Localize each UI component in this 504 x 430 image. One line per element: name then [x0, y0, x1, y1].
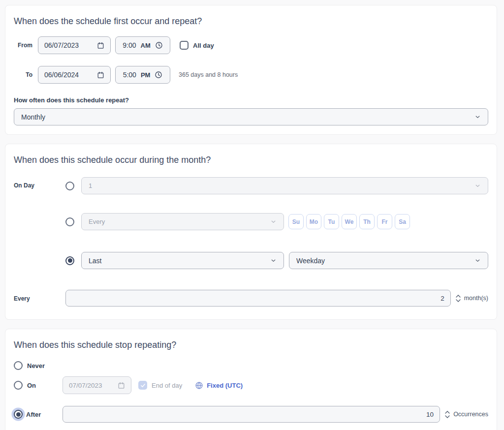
chevron-down-icon [270, 218, 277, 225]
weekday-chip-saturday[interactable]: Sa [395, 214, 410, 229]
never-label: Never [27, 362, 45, 369]
weekday-chip-tuesday[interactable]: Tu [324, 214, 339, 229]
occurrences-input[interactable]: 10 [63, 406, 440, 423]
to-time-input[interactable]: 5:00 PM [115, 66, 170, 84]
end-date-input[interactable]: 07/07/2023 [63, 376, 131, 394]
stepper-up-icon[interactable] [455, 294, 461, 298]
to-date-input[interactable]: 06/06/2024 [38, 66, 111, 84]
end-of-day-checkbox[interactable] [138, 381, 147, 390]
ordinal-weekday-radio[interactable] [65, 256, 74, 265]
end-of-day-label: End of day [152, 382, 182, 389]
duration-text: 365 days and 8 hours [179, 71, 238, 78]
after-radio[interactable] [14, 410, 23, 419]
stop-repeating-panel: When does this schedule stop repeating? … [5, 329, 497, 430]
day-of-month-radio[interactable] [65, 182, 74, 190]
weekday-select[interactable]: Weekday [289, 252, 488, 269]
weekday-chip-group: Su Mo Tu We Th Fr Sa [288, 214, 410, 229]
every-interval-label: Every [14, 295, 30, 302]
all-day-checkbox[interactable] [180, 41, 189, 50]
clock-icon[interactable] [155, 41, 163, 49]
calendar-icon [118, 382, 125, 389]
panel-title: When does this schedule stop repeating? [14, 340, 488, 350]
stepper-down-icon[interactable] [444, 415, 450, 419]
occurrences-unit: Occurrences [453, 411, 488, 418]
chevron-down-icon [474, 114, 481, 120]
all-day-label: All day [193, 42, 214, 49]
month-interval-value: 2 [441, 295, 444, 302]
panel-title: When does this schedule occur during the… [14, 155, 488, 165]
check-icon [140, 383, 146, 388]
stepper-down-icon[interactable] [455, 299, 461, 303]
chevron-down-icon [474, 183, 481, 189]
from-time-value: 9:00 [123, 41, 136, 49]
from-date-input[interactable]: 06/07/2023 [38, 36, 111, 54]
calendar-icon[interactable] [97, 42, 104, 49]
clock-icon[interactable] [155, 71, 162, 79]
repeat-frequency-value: Monthly [21, 113, 45, 121]
month-interval-unit: month(s) [464, 295, 488, 302]
panel-title: When does the schedule first occur and r… [14, 16, 488, 27]
weekday-chip-sunday[interactable]: Su [288, 214, 304, 229]
on-date-radio[interactable] [14, 381, 23, 390]
end-date-value: 07/07/2023 [69, 382, 102, 389]
on-day-label: On Day [14, 182, 34, 189]
occurrences-value: 10 [426, 411, 434, 418]
after-label: After [26, 411, 41, 418]
stepper-up-icon[interactable] [444, 410, 450, 414]
weekday-chip-friday[interactable]: Fr [377, 214, 392, 229]
repeat-frequency-label: How often does this schedule repeat? [14, 96, 488, 104]
chevron-down-icon [474, 257, 481, 264]
every-weekday-placeholder: Every [89, 218, 105, 225]
weekday-chip-monday[interactable]: Mo [306, 214, 321, 229]
first-occurrence-panel: When does the schedule first occur and r… [5, 5, 497, 135]
occurrences-stepper[interactable] [444, 410, 450, 419]
every-weekday-radio[interactable] [65, 217, 74, 226]
calendar-icon[interactable] [97, 71, 104, 79]
month-interval-stepper[interactable] [455, 294, 461, 303]
globe-icon [195, 381, 203, 390]
to-meridiem: PM [141, 71, 151, 79]
ordinal-select[interactable]: Last [81, 252, 284, 269]
to-date-value: 06/06/2024 [44, 71, 79, 79]
day-of-month-select[interactable]: 1 [81, 177, 488, 194]
day-of-month-value: 1 [89, 182, 92, 189]
from-label: From [14, 42, 32, 49]
to-time-value: 5:00 [123, 71, 136, 79]
month-interval-input[interactable]: 2 [65, 290, 451, 307]
every-weekday-select[interactable]: Every [81, 213, 284, 230]
timezone-badge: Fixed (UTC) [207, 382, 243, 389]
repeat-frequency-select[interactable]: Monthly [14, 108, 488, 125]
on-label: On [27, 382, 36, 389]
chevron-down-icon [270, 257, 277, 264]
from-time-input[interactable]: 9:00 AM [115, 36, 170, 54]
from-date-value: 06/07/2023 [44, 41, 79, 49]
to-label: To [14, 71, 32, 78]
monthly-occurrence-panel: When does this schedule occur during the… [5, 144, 497, 320]
from-meridiem: AM [141, 42, 151, 49]
ordinal-value: Last [89, 257, 101, 265]
weekday-value: Weekday [296, 257, 325, 265]
weekday-chip-thursday[interactable]: Th [359, 214, 375, 229]
never-radio[interactable] [14, 361, 23, 370]
weekday-chip-wednesday[interactable]: We [342, 214, 357, 229]
